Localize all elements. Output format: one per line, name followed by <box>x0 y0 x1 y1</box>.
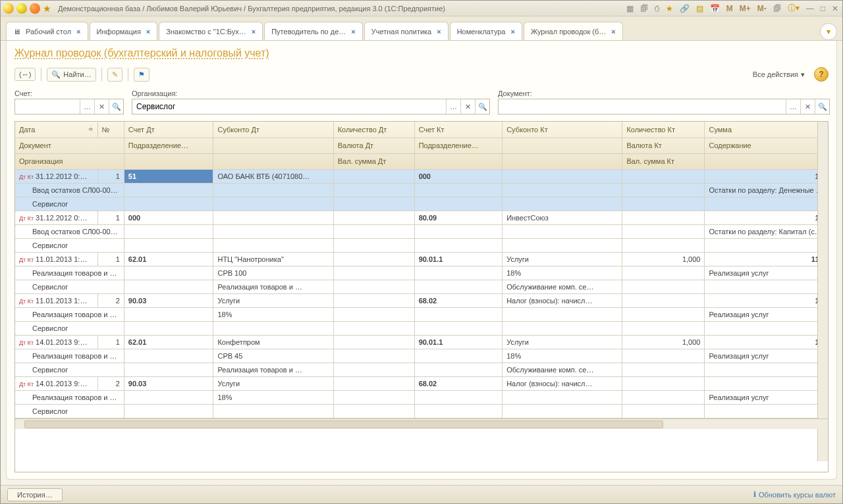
calculator-icon[interactable]: ▤ <box>695 4 705 13</box>
table-row[interactable]: СервислогРеализация товаров и …Обслужива… <box>15 280 828 293</box>
select-button[interactable]: … <box>80 99 94 114</box>
table-row[interactable]: Ввод остатков СЛ00-00…Остатки по разделу… <box>15 183 828 197</box>
table-row[interactable]: Реализация товаров и …СРВ 4518%Реализаци… <box>15 349 828 363</box>
tool-icon[interactable]: 🔗 <box>678 4 691 13</box>
tab-desktop[interactable]: 🖥 Рабочий стол × <box>6 22 88 40</box>
tab-label: Информация <box>97 28 141 36</box>
col-qty-kt[interactable]: Количество Кт <box>622 122 705 138</box>
scrollbar-vertical[interactable] <box>817 122 828 461</box>
col-dt[interactable]: Счет Дт <box>124 122 213 138</box>
app-icon <box>3 3 14 14</box>
clear-button[interactable]: ✕ <box>94 99 109 114</box>
col-dept-kt[interactable]: Подразделение… <box>414 138 503 153</box>
table-row[interactable]: Дт Кт14.01.2013 9:…162.01Конфетпром90.01… <box>15 335 828 349</box>
maximize-button[interactable]: □ <box>819 4 827 13</box>
col-valsum-kt[interactable]: Вал. сумма Кт <box>622 153 705 169</box>
search-button[interactable]: 🔍 <box>815 99 829 114</box>
table-row[interactable]: Дт Кт31.12.2012 0:…151ОАО БАНК ВТБ (4071… <box>15 169 828 183</box>
favorite-icon[interactable]: ★ <box>43 3 51 14</box>
history-button[interactable]: История… <box>7 488 63 501</box>
memory-mplus-button[interactable]: M+ <box>738 4 752 13</box>
col-date[interactable]: Дата≐ <box>15 122 97 138</box>
find-button[interactable]: 🔍 Найти… <box>47 68 95 82</box>
col-kt[interactable]: Счет Кт <box>414 122 503 138</box>
col-num[interactable]: № <box>97 122 124 138</box>
expand-button[interactable]: (↔) <box>14 68 36 81</box>
table-row[interactable]: Реализация товаров и …СРВ 10018%Реализац… <box>15 266 828 280</box>
clear-button[interactable]: ✕ <box>800 99 815 114</box>
close-icon[interactable]: × <box>611 28 615 36</box>
grid: Дата≐ № Счет Дт Субконто Дт Количество Д… <box>14 121 829 472</box>
col-valsum-dt[interactable]: Вал. сумма Дт <box>333 153 414 169</box>
tab-guide[interactable]: Путеводитель по де… × <box>264 22 363 40</box>
table-row[interactable]: Дт Кт11.01.2013 1:…290.03Услуги68.02Нало… <box>15 293 828 307</box>
tab-intro[interactable]: Знакомство с "1С:Бух… × <box>159 22 263 40</box>
search-button[interactable]: 🔍 <box>475 99 489 114</box>
org-input[interactable] <box>132 99 446 114</box>
tab-nomenclature[interactable]: Номенклатура × <box>450 22 522 40</box>
col-sub-kt[interactable]: Субконто Кт <box>503 122 622 138</box>
page-title: Журнал проводок (бухгалтерский и налогов… <box>14 47 829 59</box>
search-button[interactable]: 🔍 <box>109 99 123 114</box>
table-row[interactable]: Ввод остатков СЛ00-00…Остатки по разделу… <box>15 224 828 238</box>
close-icon[interactable]: × <box>351 28 355 36</box>
close-icon[interactable]: × <box>76 28 80 36</box>
tab-journal[interactable]: Журнал проводок (б… × <box>524 22 623 40</box>
table-row[interactable]: СервислогРеализация товаров и …Обслужива… <box>15 363 828 376</box>
memory-m-button[interactable]: M <box>725 4 734 13</box>
table-row[interactable]: Дт Кт14.01.2013 9:…290.03Услуги68.02Нало… <box>15 376 828 390</box>
update-rates-link[interactable]: Обновить курсы валют <box>753 490 836 499</box>
col-sum[interactable]: Сумма <box>705 122 828 138</box>
table-row[interactable]: Дт Кт31.12.2012 0:…100080.09ИнвестСоюз10 <box>15 211 828 224</box>
nav-forward-icon[interactable] <box>30 3 40 14</box>
entry-icon: Дт Кт <box>19 215 36 222</box>
wand-button[interactable]: ✎ <box>107 68 122 82</box>
entry-icon: Дт Кт <box>19 340 36 346</box>
scrollbar-horizontal[interactable] <box>15 418 828 429</box>
favorite-icon[interactable]: ★ <box>665 4 674 13</box>
help-button[interactable]: ? <box>814 67 829 82</box>
memory-mminus-button[interactable]: M- <box>756 4 768 13</box>
select-button[interactable]: … <box>446 99 460 114</box>
tool-icon[interactable]: ▦ <box>625 4 635 13</box>
all-actions-button[interactable]: Все действия ▾ <box>749 68 809 81</box>
close-icon[interactable]: × <box>437 28 441 36</box>
col-doc[interactable]: Документ <box>15 138 124 153</box>
col-dept-dt[interactable]: Подразделение… <box>124 138 213 153</box>
tab-label: Рабочий стол <box>26 28 71 36</box>
table-row[interactable]: Реализация товаров и …18%Реализация услу… <box>15 390 828 404</box>
nav-back-icon[interactable] <box>16 3 27 14</box>
flag-button[interactable]: ⚑ <box>134 68 150 82</box>
col-content[interactable]: Содержание <box>705 138 828 153</box>
table-row[interactable]: Дт Кт11.01.2013 1:…162.01НТЦ "Нанотроник… <box>15 252 828 266</box>
close-icon[interactable]: × <box>252 28 256 36</box>
tool-icon[interactable]: 🗐 <box>639 4 649 13</box>
table-row[interactable]: Сервислог <box>15 197 828 211</box>
minimize-button[interactable]: — <box>805 4 815 13</box>
table-row[interactable]: Реализация товаров и …18%Реализация услу… <box>15 307 828 321</box>
table-row[interactable]: Сервислог <box>15 238 828 252</box>
col-org[interactable]: Организация <box>15 153 124 169</box>
close-button[interactable]: ✕ <box>830 4 840 13</box>
doc-label: Документ: <box>498 89 830 97</box>
select-button[interactable]: … <box>786 99 800 114</box>
clear-button[interactable]: ✕ <box>460 99 475 114</box>
tab-menu-button[interactable]: ▾ <box>820 23 837 40</box>
table-row[interactable]: Сервислог <box>15 321 828 335</box>
close-icon[interactable]: × <box>511 28 515 36</box>
col-qty-dt[interactable]: Количество Дт <box>333 122 414 138</box>
tool-icon[interactable]: ⎙ <box>653 4 661 13</box>
tool-icon[interactable]: 🗐 <box>772 4 782 13</box>
tab-info[interactable]: Информация × <box>90 22 158 40</box>
col-cur-kt[interactable]: Валюта Кт <box>622 138 705 153</box>
account-input[interactable] <box>15 99 80 114</box>
col-cur-dt[interactable]: Валюта Дт <box>333 138 414 153</box>
col-sub-dt[interactable]: Субконто Дт <box>213 122 333 138</box>
doc-input[interactable] <box>499 99 786 114</box>
tab-policy[interactable]: Учетная политика × <box>364 22 449 40</box>
info-icon[interactable]: ⓘ▾ <box>786 3 801 14</box>
table-row[interactable]: Сервислог <box>15 404 828 418</box>
account-label: Счет: <box>14 89 124 97</box>
close-icon[interactable]: × <box>146 28 150 36</box>
calendar-icon[interactable]: 📅 <box>709 4 721 13</box>
